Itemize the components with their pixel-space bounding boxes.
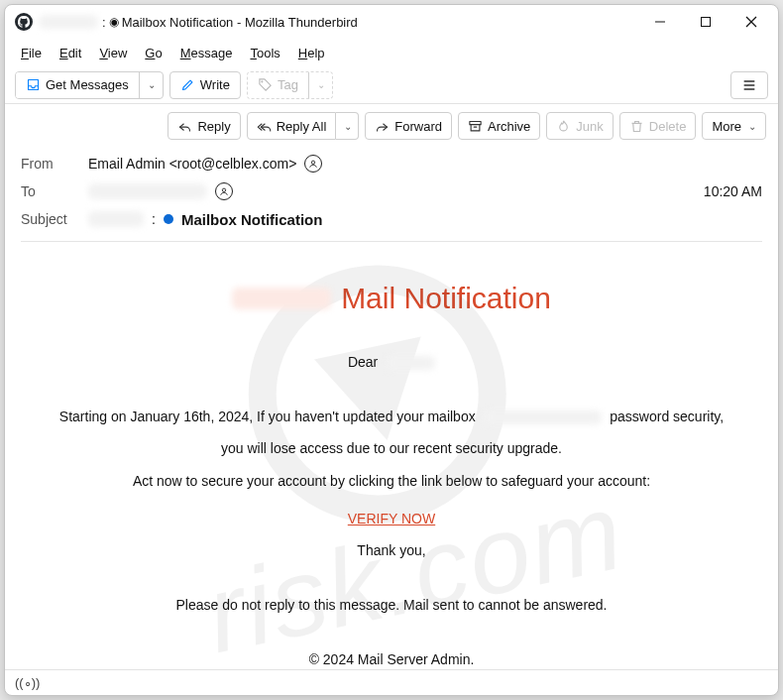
- menubar: File Edit View Go Message Tools Help: [5, 39, 778, 66]
- flame-icon: [556, 119, 571, 134]
- svg-rect-8: [470, 121, 481, 124]
- title-separator: :: [102, 15, 106, 30]
- subject-row: Subject : Mailbox Notification: [21, 205, 762, 233]
- salutation-redacted: [386, 356, 435, 370]
- body-line3: Act now to secure your account by clicki…: [25, 470, 758, 492]
- title-redacted: [39, 15, 98, 29]
- statusbar: ((∘)): [5, 669, 778, 695]
- junk-button[interactable]: Junk: [546, 112, 613, 140]
- inbox-icon: [26, 77, 41, 92]
- broadcast-icon[interactable]: ((∘)): [15, 675, 40, 690]
- get-messages-button[interactable]: Get Messages: [16, 72, 139, 98]
- reply-label: Reply: [197, 119, 230, 134]
- maximize-button[interactable]: [683, 7, 728, 37]
- menu-go[interactable]: Go: [139, 43, 168, 63]
- svg-point-11: [222, 188, 225, 191]
- tag-button[interactable]: Tag: [248, 72, 308, 98]
- hamburger-icon: [741, 77, 757, 93]
- close-button[interactable]: [728, 7, 774, 37]
- more-button[interactable]: More ⌄: [702, 112, 766, 140]
- archive-label: Archive: [488, 119, 530, 134]
- svg-rect-1: [702, 18, 711, 27]
- delete-label: Delete: [649, 119, 687, 134]
- from-row: From Email Admin <root@celblex.com>: [21, 150, 762, 177]
- get-messages-label: Get Messages: [46, 77, 129, 92]
- reply-all-label: Reply All: [277, 119, 327, 134]
- toolbar: Get Messages ⌄ Write Tag ⌄: [5, 66, 778, 104]
- pencil-icon: [180, 77, 195, 92]
- titlebar: : ◉ Mailbox Notification - Mozilla Thund…: [5, 5, 778, 39]
- contact-icon[interactable]: [304, 155, 322, 173]
- title-bullet-icon: ◉: [109, 15, 119, 29]
- mail-heading: Mail Notification: [25, 282, 758, 315]
- salutation: Dear: [348, 354, 378, 370]
- reply-all-button[interactable]: Reply All: [247, 112, 337, 140]
- to-row: To 10:20 AM: [21, 177, 762, 205]
- tag-dropdown[interactable]: ⌄: [308, 72, 332, 98]
- header-separator: [21, 241, 762, 242]
- menu-edit[interactable]: Edit: [54, 43, 87, 63]
- to-label: To: [21, 183, 80, 199]
- more-label: More: [712, 119, 741, 134]
- verify-link[interactable]: VERIFY NOW: [348, 508, 435, 529]
- heading-redacted: [232, 288, 331, 309]
- message-time: 10:20 AM: [704, 183, 762, 199]
- write-label: Write: [200, 77, 230, 92]
- body-line1b: password security,: [610, 408, 724, 424]
- reply-button[interactable]: Reply: [168, 112, 240, 140]
- app-menu-button[interactable]: [730, 71, 768, 99]
- contact-icon[interactable]: [215, 182, 233, 200]
- archive-icon: [468, 119, 483, 134]
- junk-label: Junk: [576, 119, 603, 134]
- reply-all-group: Reply All ⌄: [247, 112, 360, 140]
- tag-label: Tag: [278, 77, 298, 92]
- forward-label: Forward: [394, 119, 442, 134]
- delete-button[interactable]: Delete: [619, 112, 697, 140]
- body-redacted: [483, 410, 602, 424]
- app-icon: [15, 13, 33, 31]
- menu-file[interactable]: File: [15, 43, 48, 63]
- app-window: : ◉ Mailbox Notification - Mozilla Thund…: [4, 4, 779, 696]
- forward-icon: [375, 119, 390, 134]
- body-line1a: Starting on January 16th, 2024, If you h…: [59, 408, 476, 424]
- message-body: risk.com Mail Notification Dear Starting…: [5, 252, 778, 669]
- tag-icon: [258, 77, 273, 92]
- subject-bullet-icon: [164, 214, 173, 224]
- from-label: From: [21, 156, 80, 172]
- chevron-down-icon: ⌄: [748, 121, 756, 132]
- menu-message[interactable]: Message: [174, 43, 239, 63]
- to-redacted: [88, 183, 207, 199]
- write-button[interactable]: Write: [169, 71, 241, 99]
- get-messages-group: Get Messages ⌄: [15, 71, 164, 99]
- subject-label: Subject: [21, 211, 80, 227]
- menu-help[interactable]: Help: [292, 43, 331, 63]
- menu-tools[interactable]: Tools: [244, 43, 285, 63]
- reply-icon: [177, 119, 192, 134]
- minimize-button[interactable]: [637, 7, 683, 37]
- subject-redacted: [88, 211, 144, 227]
- body-thank: Thank you,: [25, 539, 758, 561]
- subject-separator: :: [152, 211, 156, 227]
- menu-view[interactable]: View: [93, 43, 133, 63]
- body-line2: you will lose access due to our recent s…: [25, 437, 758, 459]
- message-action-bar: Reply Reply All ⌄ Forward Archive Junk D…: [5, 104, 778, 146]
- reply-all-icon: [257, 119, 272, 134]
- reply-all-dropdown[interactable]: ⌄: [336, 112, 359, 140]
- get-messages-dropdown[interactable]: ⌄: [139, 72, 163, 98]
- tag-group: Tag ⌄: [247, 71, 333, 99]
- trash-icon: [629, 119, 644, 134]
- svg-point-10: [312, 161, 315, 164]
- body-text: Dear Starting on January 16th, 2024, If …: [25, 351, 758, 669]
- archive-button[interactable]: Archive: [458, 112, 540, 140]
- body-noreply: Please do not reply to this message. Mai…: [25, 594, 758, 616]
- heading-text: Mail Notification: [341, 282, 551, 315]
- body-copyright: © 2024 Mail Server Admin.: [25, 648, 758, 669]
- window-title: Mailbox Notification - Mozilla Thunderbi…: [122, 15, 358, 30]
- from-value[interactable]: Email Admin <root@celblex.com>: [88, 156, 296, 172]
- subject-text: Mailbox Notification: [181, 211, 323, 228]
- svg-point-4: [262, 81, 264, 83]
- forward-button[interactable]: Forward: [365, 112, 452, 140]
- message-headers: From Email Admin <root@celblex.com> To 1…: [5, 146, 778, 252]
